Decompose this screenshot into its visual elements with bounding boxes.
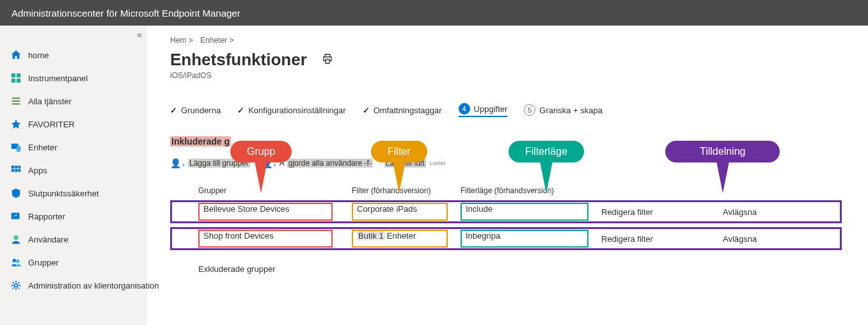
remove-link[interactable]: Avlägsna [723, 207, 757, 217]
svg-rect-0 [12, 74, 15, 77]
svg-point-16 [14, 283, 17, 287]
breadcrumb: Hem > Enheter > [170, 36, 853, 45]
page-title: Enhetsfunktioner [170, 50, 307, 70]
remove-link[interactable]: Avlägsna [723, 234, 757, 244]
sidebar-item-groups[interactable]: Grupper [0, 251, 147, 274]
col-header-filtermode: Filterläge (förhandsversion) [461, 186, 601, 195]
check-icon: ✓ [363, 106, 370, 115]
sidebar-item-label: Slutpunktssäkerhet [28, 189, 99, 198]
group-cell[interactable]: Shop front Devices [198, 230, 333, 248]
table-header-row: Grupper Filter (förhandsversion) Filterl… [170, 186, 842, 200]
step-scope[interactable]: ✓Omfattningstaggar [363, 106, 442, 115]
shield-icon [10, 187, 22, 199]
table-row: Bellevue Store Devices Corporate iPads I… [170, 200, 842, 223]
svg-point-15 [16, 260, 19, 263]
reports-icon [10, 210, 22, 222]
main-content: Hem > Enheter > Enhetsfunktioner iOS/iPa… [147, 26, 868, 325]
person-add-icon: 👤₊ [262, 158, 277, 168]
app-title-text: Administrationscenter för Microsoft Endp… [12, 8, 241, 19]
svg-rect-5 [17, 146, 20, 152]
svg-rect-3 [17, 79, 20, 83]
wizard-steps: ✓Grunderna ✓Konfigurationsinställningar … [170, 103, 853, 117]
svg-rect-11 [19, 169, 21, 172]
sidebar-item-endpoint-security[interactable]: Slutpunktssäkerhet [0, 182, 147, 205]
svg-rect-6 [12, 166, 15, 169]
filter-cell[interactable]: Corporate iPads [352, 203, 448, 221]
table-row: Shop front Devices Butik 1Enheter Inbegr… [170, 227, 842, 250]
crumb-devices[interactable]: Enheter > [200, 36, 233, 45]
home-icon [10, 49, 22, 61]
sidebar-item-apps[interactable]: Apps [0, 159, 147, 182]
svg-rect-10 [15, 169, 18, 172]
sidebar-item-label: Instrumentpanel [28, 74, 88, 83]
edit-filter-link[interactable]: Redigera filter [601, 207, 653, 217]
sidebar-item-reports[interactable]: Rapporter [0, 205, 147, 228]
sidebar-item-label: Apps [28, 166, 47, 175]
dashboard-icon [10, 72, 22, 84]
col-header-filter: Filter (förhandsversion) [352, 186, 461, 195]
page-subtitle: iOS/iPadOS [170, 71, 853, 80]
step-number-icon: 4 [459, 103, 470, 115]
svg-point-13 [13, 235, 18, 240]
print-icon[interactable] [321, 52, 334, 67]
sidebar-item-label: Rapporter [28, 212, 65, 221]
sidebar-item-label: Alla tjänster [28, 97, 72, 106]
add-all-users-button[interactable]: 👤₊ A gjorde alla användare -f- [262, 158, 373, 168]
sidebar-item-all-services[interactable]: Alla tjänster [0, 90, 147, 113]
included-groups-heading: Inkluderade g [170, 136, 231, 147]
sidebar-item-label: Användare [28, 235, 68, 244]
person-add-icon: 👤₊ [170, 158, 185, 168]
sidebar: « home Instrumentpanel Alla tjänster FAV… [0, 26, 147, 325]
devices-icon [10, 141, 22, 153]
crumb-home[interactable]: Hem > [170, 36, 193, 45]
sidebar-item-label: home [28, 51, 49, 60]
star-icon [10, 118, 22, 130]
sidebar-item-devices[interactable]: Enheter [0, 136, 147, 159]
step-assignments[interactable]: 4Uppgifter [459, 103, 508, 117]
sidebar-item-tenant-admin[interactable]: Administration av klientorganisation [0, 274, 147, 297]
filtermode-cell[interactable]: Inbegripa [461, 230, 588, 248]
group-cell[interactable]: Bellevue Store Devices [198, 203, 333, 221]
add-buttons-bar: 👤₊ Lägga till grupper 👤₊ A gjorde alla a… [170, 158, 853, 168]
gear-icon [10, 280, 22, 291]
svg-point-14 [13, 259, 16, 262]
step-basics[interactable]: ✓Grunderna [170, 106, 221, 115]
sidebar-item-label: Enheter [28, 143, 58, 152]
sidebar-item-label: Administration av klientorganisation [28, 281, 159, 290]
list-icon [10, 95, 22, 107]
excluded-groups-heading: Exkluderade grupper [170, 264, 853, 274]
svg-rect-8 [19, 166, 21, 169]
sidebar-item-dashboard[interactable]: Instrumentpanel [0, 67, 147, 90]
assignments-table: Grupper Filter (förhandsversion) Filterl… [170, 186, 842, 250]
add-all-devices-button[interactable]: Lägg till luft Laster [384, 158, 446, 168]
step-config[interactable]: ✓Konfigurationsinställningar [237, 106, 345, 115]
step-review[interactable]: 5Granska + skapa [524, 104, 603, 116]
sidebar-item-home[interactable]: home [0, 44, 147, 67]
check-icon: ✓ [237, 106, 244, 115]
svg-rect-2 [12, 79, 15, 83]
groups-icon [10, 257, 22, 268]
sidebar-item-users[interactable]: Användare [0, 228, 147, 251]
sidebar-item-label: Grupper [28, 258, 59, 267]
sidebar-item-favorites[interactable]: FAVORITER [0, 113, 147, 136]
filter-cell[interactable]: Butik 1Enheter [352, 230, 448, 248]
sidebar-item-label: FAVORITER [28, 120, 75, 129]
add-groups-button[interactable]: 👤₊ Lägga till grupper [170, 158, 250, 168]
apps-icon [10, 164, 22, 176]
svg-rect-9 [12, 169, 15, 172]
user-icon [10, 234, 22, 245]
step-number-icon: 5 [524, 104, 535, 116]
app-title-bar: Administrationscenter för Microsoft Endp… [0, 0, 868, 26]
svg-rect-1 [17, 74, 20, 77]
edit-filter-link[interactable]: Redigera filter [601, 234, 653, 244]
collapse-sidebar-icon[interactable]: « [137, 29, 142, 40]
svg-rect-7 [15, 166, 18, 169]
col-header-groups: Grupper [198, 186, 352, 195]
svg-rect-12 [12, 213, 20, 219]
check-icon: ✓ [170, 106, 177, 115]
filtermode-cell[interactable]: Include [461, 203, 588, 221]
